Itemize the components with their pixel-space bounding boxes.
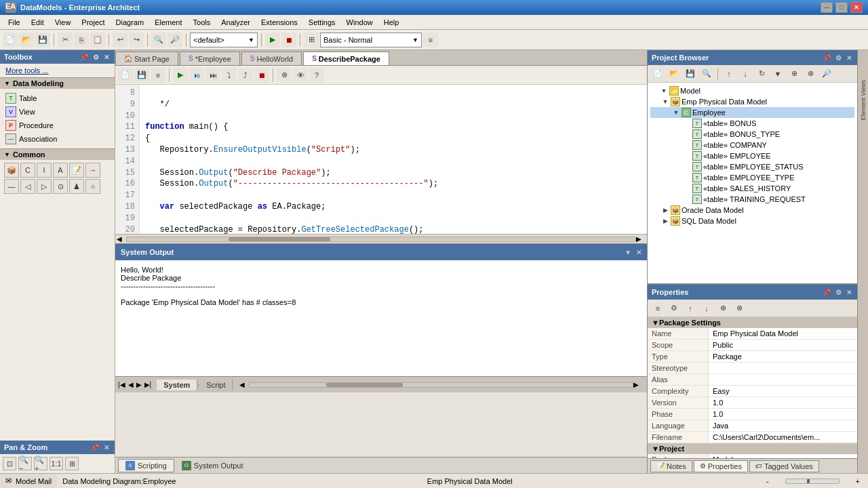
props-type-val[interactable]: Package xyxy=(709,351,857,362)
output-scrollbar[interactable]: ◀ ▶ xyxy=(238,381,644,388)
output-nav-prev[interactable]: ◀ xyxy=(128,381,134,388)
tree-training-request[interactable]: T «table» TRAINING_REQUEST xyxy=(650,194,854,205)
script-stepout-btn[interactable]: ⤴ xyxy=(238,68,253,83)
status-zoom-plus[interactable]: + xyxy=(853,477,863,485)
toolbox-item-association[interactable]: — Association xyxy=(0,132,115,146)
props-tb-6[interactable]: ⊗ xyxy=(732,301,747,316)
props-alias-val[interactable] xyxy=(709,374,857,385)
tree-sql[interactable]: ▶ 📦 SQL Data Model xyxy=(650,216,854,226)
script-debug-btn[interactable]: ⏯ xyxy=(189,68,204,83)
common-section[interactable]: ▼ Common xyxy=(0,148,115,160)
tree-bonus[interactable]: T «table» BONUS xyxy=(650,118,854,129)
employee-expand[interactable]: ▼ xyxy=(672,108,680,117)
scroll-right-btn[interactable]: ▶ xyxy=(636,235,646,243)
menu-settings[interactable]: Settings xyxy=(303,17,341,28)
menu-diagram[interactable]: Diagram xyxy=(111,17,150,28)
props-tb-5[interactable]: ⊕ xyxy=(715,301,730,316)
script-format-btn[interactable]: ≡ xyxy=(151,68,165,83)
data-modeling-section[interactable]: ▼ Data Modeling xyxy=(0,77,115,89)
props-tb-2[interactable]: ⚙ xyxy=(667,301,682,316)
props-version-val[interactable]: 1.0 xyxy=(709,397,857,408)
script-help-btn[interactable]: ? xyxy=(309,68,324,83)
zoom-fit-button[interactable]: ⊡ xyxy=(3,457,16,470)
output-close-btn[interactable]: ✕ xyxy=(636,249,642,256)
props-stereotype-val[interactable] xyxy=(709,363,857,373)
props-complexity-val[interactable]: Easy xyxy=(709,386,857,396)
output-scroll-left[interactable]: ◀ xyxy=(239,381,249,388)
props-tb-1[interactable]: ≡ xyxy=(650,301,665,316)
script-run-btn[interactable]: ▶ xyxy=(173,68,188,83)
browser-tb-1[interactable]: 📄 xyxy=(650,66,665,81)
sql-expand[interactable]: ▶ xyxy=(661,217,669,225)
browser-tb-4[interactable]: 🔍 xyxy=(699,66,714,81)
common-item-2[interactable]: C xyxy=(20,163,35,178)
props-name-val[interactable]: Emp Physical Data Model xyxy=(709,328,857,339)
tree-sales-history[interactable]: T «table» SALES_HISTORY xyxy=(650,183,854,194)
common-item-11[interactable]: ♟ xyxy=(69,179,84,194)
props-filename-val[interactable]: C:\Users\Carl2\Documents\em... xyxy=(709,432,857,443)
tree-oracle[interactable]: ▶ 📦 Oracle Data Model xyxy=(650,205,854,216)
output-menu-btn[interactable]: ▼ xyxy=(625,249,631,256)
project-section[interactable]: ▼ Project xyxy=(648,443,857,454)
search-button[interactable]: 🔍 xyxy=(151,33,166,47)
close-button[interactable]: ✕ xyxy=(850,2,863,13)
scroll-left-btn[interactable]: ◀ xyxy=(117,235,126,243)
script-step-btn[interactable]: ⏭ xyxy=(205,68,220,83)
zoom-slider[interactable] xyxy=(785,479,840,484)
common-item-12[interactable]: ○ xyxy=(85,179,100,194)
script-breakpt-btn[interactable]: ⊗ xyxy=(277,68,292,83)
script-stop-btn[interactable]: ⏹ xyxy=(254,68,269,83)
props-scope-val[interactable]: Public xyxy=(709,340,857,350)
output-nav-last[interactable]: ▶| xyxy=(144,381,152,388)
browser-tb-2[interactable]: 📂 xyxy=(667,66,682,81)
paste-button[interactable]: 📋 xyxy=(90,33,105,47)
common-item-6[interactable]: → xyxy=(85,163,100,178)
panzoom-pin[interactable]: 📌 xyxy=(90,444,100,451)
toolbox-pin-button[interactable]: 📌 xyxy=(79,54,90,61)
output-scroll-track[interactable] xyxy=(249,382,633,388)
tree-employee[interactable]: ▼ C Employee xyxy=(650,107,854,118)
status-zoom-minus[interactable]: - xyxy=(764,477,772,485)
output-scroll-right[interactable]: ▶ xyxy=(633,381,643,388)
menu-project[interactable]: Project xyxy=(76,17,110,28)
find-button[interactable]: 🔎 xyxy=(167,33,182,47)
tab-helloworld[interactable]: S HelloWorld xyxy=(241,52,302,65)
props-tab-tagged-values[interactable]: 🏷 Tagged Values xyxy=(749,460,819,472)
browser-tb-10[interactable]: ⊗ xyxy=(803,66,818,81)
menu-file[interactable]: File xyxy=(3,17,26,28)
browser-close-btn[interactable]: ✕ xyxy=(845,54,853,62)
tree-model[interactable]: ▼ 📁 Model xyxy=(650,85,854,96)
menu-element[interactable]: Element xyxy=(149,17,187,28)
script-save-btn[interactable]: 💾 xyxy=(134,68,149,83)
menu-edit[interactable]: Edit xyxy=(26,17,50,28)
browser-tb-9[interactable]: ⊕ xyxy=(787,66,802,81)
package-settings-section[interactable]: ▼ Package Settings xyxy=(648,317,857,328)
more-tools-link[interactable]: More tools ... xyxy=(0,64,115,77)
stop-button[interactable]: ⏹ xyxy=(281,33,296,47)
menu-window[interactable]: Window xyxy=(341,17,378,28)
copy-button[interactable]: ⎘ xyxy=(74,33,89,47)
browser-settings-btn[interactable]: ⚙ xyxy=(834,54,843,62)
menu-help[interactable]: Help xyxy=(378,17,405,28)
tree-employee-type[interactable]: T «table» EMPLOYEE_TYPE xyxy=(650,172,854,183)
code-scrollbar[interactable]: ◀ ▶ xyxy=(115,234,647,243)
open-button[interactable]: 📂 xyxy=(19,33,34,47)
props-language-val[interactable]: Java xyxy=(709,420,857,431)
browser-tb-8[interactable]: ▼ xyxy=(770,66,785,81)
tab-start-page[interactable]: 🏠 Start Page xyxy=(115,52,178,65)
tree-emp-physical[interactable]: ▼ 📦 Emp Physical Data Model xyxy=(650,96,854,107)
common-item-9[interactable]: ▷ xyxy=(37,179,52,194)
menu-extensions[interactable]: Extensions xyxy=(256,17,303,28)
scroll-track[interactable] xyxy=(126,237,636,242)
menu-tools[interactable]: Tools xyxy=(188,17,216,28)
props-tb-4[interactable]: ↓ xyxy=(699,301,714,316)
bottom-tab-system-output[interactable]: O System Output xyxy=(174,459,251,472)
browser-tb-6[interactable]: ↓ xyxy=(738,66,753,81)
toolbox-item-table[interactable]: T Table xyxy=(0,92,115,105)
maximize-button[interactable]: □ xyxy=(835,2,848,13)
browser-tb-7[interactable]: ↻ xyxy=(754,66,769,81)
toolbox-close-button[interactable]: ✕ xyxy=(102,54,111,61)
cut-button[interactable]: ✂ xyxy=(58,33,73,47)
browser-pin-btn[interactable]: 📌 xyxy=(821,54,832,62)
tree-bonus-type[interactable]: T «table» BONUS_TYPE xyxy=(650,129,854,140)
